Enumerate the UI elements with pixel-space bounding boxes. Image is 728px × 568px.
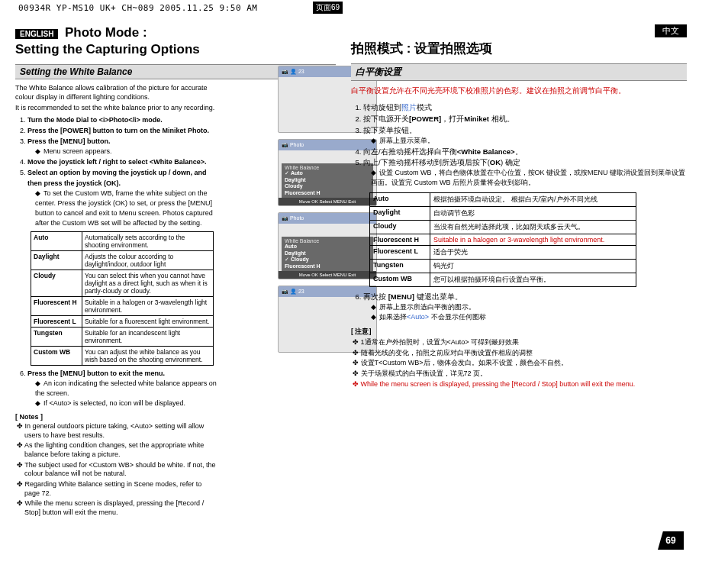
- table-row: Fluorescent H: [31, 296, 82, 315]
- step-cn-4: 向左/右推动摇杆选择白平衡<White Balance>。: [363, 147, 523, 156]
- step-cn-1: 转动旋钮到照片模式: [363, 103, 432, 111]
- table-row: Cloudy: [370, 221, 430, 234]
- table-row: Auto: [31, 231, 82, 250]
- chinese-column: 中文 拍照模式 : 设置拍照选项 白平衡设置 白平衡设置允许在不同光亮环境下校准…: [351, 24, 687, 553]
- english-column: ENGLISH Photo Mode : Setting the Capturi…: [15, 24, 336, 553]
- step6-sub1: An icon indicating the selected white ba…: [35, 379, 217, 399]
- note-item: While the menu screen is displayed, pres…: [24, 499, 217, 517]
- table-row: Tungsten: [31, 327, 82, 346]
- lang-badge-cn: 中文: [655, 24, 687, 37]
- step-6-text: 再次按 [MENU] 键退出菜单。: [363, 292, 462, 301]
- step6-sub2-cn: 如果选择<Auto> 不会显示任何图标: [371, 312, 687, 322]
- step-6: Press the [MENU] button to exit the menu…: [27, 370, 165, 377]
- table-row: Fluorescent H: [370, 234, 430, 246]
- wb-table: AutoAutomatically sets according to the …: [31, 231, 214, 366]
- step-6-list: Press the [MENU] button to exit the menu…: [15, 369, 217, 408]
- step-6-cn: 再次按 [MENU] 键退出菜单。 屏幕上显示所选白平衡的图示。 如果选择<Au…: [351, 292, 687, 322]
- table-row: Auto: [370, 193, 430, 207]
- notes-heading: [ Notes ]: [15, 413, 217, 421]
- table-row: Custom WB: [31, 346, 82, 365]
- step-cn-2: 按下电源开关[POWER]，打开Miniket 相机。: [363, 115, 514, 123]
- intro-1: The White Balance allows calibration of …: [15, 84, 217, 102]
- section-heading-cn: 白平衡设置: [351, 63, 687, 81]
- title-line2: Setting the Capturing Options: [15, 41, 336, 58]
- note-item-cn: 关于场景模式的白平衡设置，详见72 页。: [360, 370, 687, 379]
- page-number: 69: [658, 531, 684, 550]
- content: ENGLISH Photo Mode : Setting the Capturi…: [15, 24, 713, 553]
- table-row: Daylight: [31, 250, 82, 269]
- table-row: Custom WB: [370, 273, 430, 287]
- step6-sub2: If <Auto> is selected, no icon will be d…: [35, 399, 217, 408]
- wb-table-cn: Auto根据拍摄环境自动设定。 根据白天/室内/户外不同光线 Daylight自…: [369, 192, 636, 287]
- intro-2: It is recommended to set the white balan…: [15, 104, 217, 113]
- steps-list-cn: 转动旋钮到照片模式 按下电源开关[POWER]，打开Miniket 相机。 按下…: [351, 102, 687, 188]
- note-item-cn-last: While the menu screen is displayed, pres…: [360, 380, 687, 389]
- note-item: Regarding White Balance setting in Scene…: [24, 480, 217, 498]
- note-item: The subject used for <Custom WB> should …: [24, 461, 217, 479]
- note-item-cn: 随着光线的变化，拍照之前应对白平衡设置作相应的调整: [360, 349, 687, 358]
- table-row: Cloudy: [31, 269, 82, 296]
- title-line1: Photo Mode :: [65, 25, 147, 40]
- title-cn: 拍照模式 : 设置拍照选项: [351, 40, 687, 57]
- intro-cn: 白平衡设置允许在不同光亮环境下校准照片的色彩。建议在拍照之前调节白平衡。: [351, 86, 687, 96]
- doc-header: 00934R YP-MS10 UK+ CH~089 2005.11.25 9:5…: [18, 3, 257, 13]
- table-row: Fluorescent L: [370, 246, 430, 260]
- table-row: Fluorescent L: [31, 315, 82, 327]
- notes-heading-cn: [ 注意]: [351, 327, 687, 337]
- note-item: In general outdoors picture taking, <Aut…: [24, 422, 217, 440]
- step3-sub: Menu screen appears.: [35, 147, 217, 157]
- note-item: As the lighting condition changes, set t…: [24, 441, 217, 459]
- step-cn-5: 向上/下推动摇杆移动到所选项后按下(OK) 确定: [363, 158, 520, 166]
- step5-sub-cn: 设置 Custom WB，将白色物体放置在中心位置，按OK 键设置，或按MENU…: [371, 168, 687, 188]
- step-1: Turn the Mode Dial to <i>Photo</i> mode.: [27, 116, 163, 124]
- note-item-cn: 1通常在户外拍照时，设置为<Auto> 可得到最好效果: [360, 338, 687, 347]
- table-row: Daylight: [370, 207, 430, 221]
- steps-list: Turn the Mode Dial to <i>Photo</i> mode.…: [15, 115, 217, 228]
- step6-sub1-cn: 屏幕上显示所选白平衡的图示。: [371, 302, 687, 312]
- lang-badge-en: ENGLISH: [15, 29, 58, 39]
- step-3: Press the [MENU] button.: [27, 137, 111, 145]
- step-5: Select an option by moving the joystick …: [27, 169, 207, 186]
- step5-sub: To set the Custom WB, frame the white su…: [35, 189, 217, 228]
- step-2: Press the [POWER] button to turn on the …: [27, 127, 209, 134]
- step3-sub-cn: 屏幕上显示菜单。: [371, 136, 687, 146]
- note-item-cn: 设置T<Custom WB>后，物体会发白。如果不设置，颜色会不自然。: [360, 359, 687, 368]
- step-4: Move the joystick left / right to select…: [27, 158, 207, 166]
- step-cn-3: 按下菜单按钮。: [363, 126, 417, 134]
- manual-page: 00934R YP-MS10 UK+ CH~089 2005.11.25 9:5…: [0, 0, 728, 568]
- page-badge: 页面69: [313, 2, 343, 14]
- table-row: Tungsten: [370, 260, 430, 273]
